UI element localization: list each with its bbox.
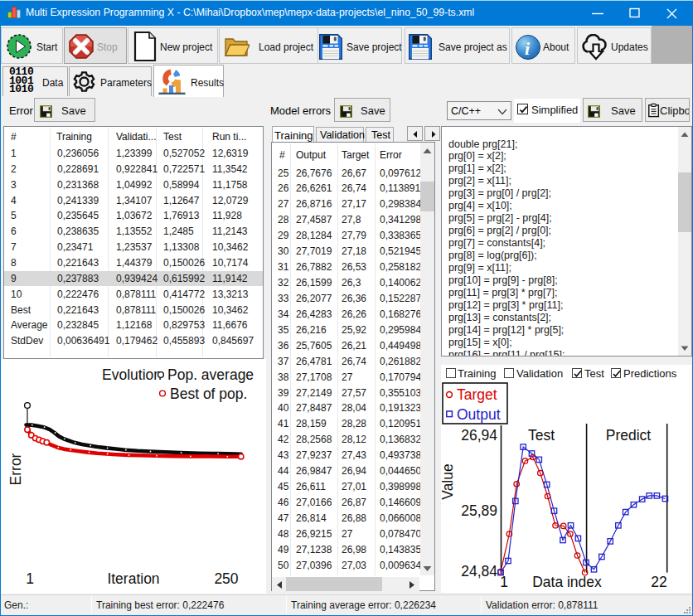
svg-text:22: 22 xyxy=(651,574,666,590)
svg-text:Evolution: Evolution xyxy=(102,366,162,383)
svg-text:Error: Error xyxy=(7,453,24,485)
svg-text:Best of pop.: Best of pop. xyxy=(170,386,247,402)
svg-text:Output: Output xyxy=(457,406,501,423)
svg-text:26,94: 26,94 xyxy=(461,427,497,444)
svg-text:Data index: Data index xyxy=(532,574,602,590)
svg-text:24,84: 24,84 xyxy=(461,563,497,580)
svg-text:1: 1 xyxy=(26,570,34,587)
svg-text:Pop. average: Pop. average xyxy=(167,366,254,383)
svg-text:25,89: 25,89 xyxy=(461,502,497,519)
svg-text:Target: Target xyxy=(457,386,497,403)
svg-text:1: 1 xyxy=(500,574,508,590)
svg-text:250: 250 xyxy=(214,570,238,587)
svg-text:Value: Value xyxy=(441,463,456,499)
svg-text:Predict: Predict xyxy=(606,427,652,444)
svg-text:Iteration: Iteration xyxy=(107,570,159,587)
svg-text:i: i xyxy=(525,38,531,59)
svg-text:Test: Test xyxy=(528,427,555,444)
